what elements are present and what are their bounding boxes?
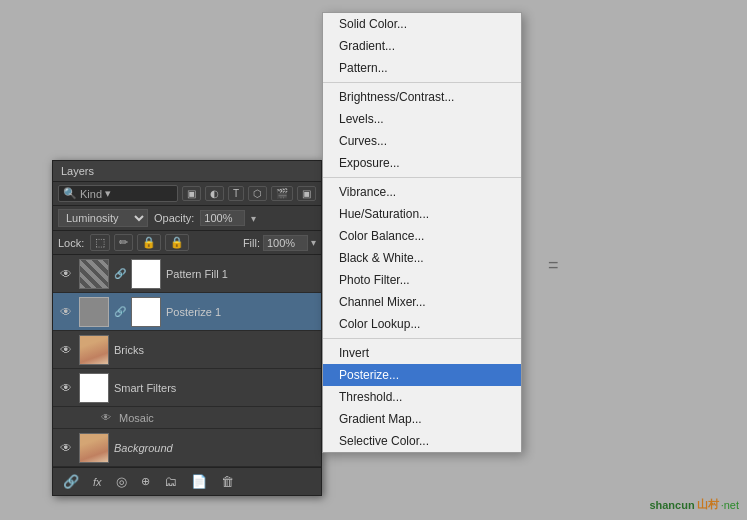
menu-item-gradient[interactable]: Gradient... [323, 35, 521, 57]
watermark-text: shancun [649, 499, 694, 511]
menu-separator-2 [323, 177, 521, 178]
layer-name-4: Smart Filters [114, 382, 316, 394]
new-layer-button[interactable]: 📄 [187, 472, 211, 491]
menu-separator-1 [323, 82, 521, 83]
lock-paint-icon[interactable]: ✏ [114, 234, 133, 251]
layer-row-smart-filters[interactable]: 👁 Smart Filters [53, 369, 321, 407]
kind-search[interactable]: 🔍 Kind ▾ [58, 185, 178, 202]
watermark-dot-net: ·net [721, 499, 739, 511]
fill-box: Fill: ▾ [243, 235, 316, 251]
blend-mode-select[interactable]: Luminosity [58, 209, 148, 227]
layer-mask-posterize [131, 297, 161, 327]
menu-item-color-lookup[interactable]: Color Lookup... [323, 313, 521, 335]
fill-dropdown[interactable]: ▾ [311, 237, 316, 248]
lock-all-icon[interactable]: 🔒 [165, 234, 189, 251]
layer-row-background[interactable]: 👁 Background [53, 429, 321, 467]
more-filter-icon[interactable]: ▣ [297, 186, 316, 201]
menu-item-exposure[interactable]: Exposure... [323, 152, 521, 174]
opacity-dropdown[interactable]: ▾ [251, 213, 256, 224]
fx-button[interactable]: fx [89, 474, 106, 490]
adjustment-dropdown-menu: Solid Color... Gradient... Pattern... Br… [322, 12, 522, 453]
visibility-icon-3[interactable]: 👁 [58, 342, 74, 358]
menu-item-posterize[interactable]: Posterize... [323, 364, 521, 386]
menu-item-curves[interactable]: Curves... [323, 130, 521, 152]
blend-opacity-row: Luminosity Opacity: ▾ [53, 206, 321, 231]
visibility-icon-5[interactable]: 👁 [58, 440, 74, 456]
opacity-input[interactable] [200, 210, 245, 226]
layer-name-2: Posterize 1 [166, 306, 316, 318]
menu-item-threshold[interactable]: Threshold... [323, 386, 521, 408]
fill-label: Fill: [243, 237, 260, 249]
lock-fill-row: Lock: ⬚ ✏ 🔒 🔒 Fill: ▾ [53, 231, 321, 255]
add-mask-button[interactable]: ◎ [112, 472, 131, 491]
link-layers-button[interactable]: 🔗 [59, 472, 83, 491]
layer-mask-pattern [131, 259, 161, 289]
adjust-filter-icon[interactable]: ◐ [205, 186, 224, 201]
menu-item-selective-color[interactable]: Selective Color... [323, 430, 521, 452]
menu-item-black-white[interactable]: Black & White... [323, 247, 521, 269]
adjustment-button[interactable]: ⊕ [137, 473, 154, 490]
watermark-chinese: 山村 [697, 497, 719, 512]
layer-name-5: Background [114, 442, 316, 454]
menu-item-hue-saturation[interactable]: Hue/Saturation... [323, 203, 521, 225]
layers-toolbar: 🔍 Kind ▾ ▣ ◐ T ⬡ 🎬 ▣ [53, 182, 321, 206]
layers-title: Layers [61, 165, 94, 177]
layers-bottom-bar: 🔗 fx ◎ ⊕ 🗂 📄 🗑 [53, 467, 321, 495]
visibility-icon-mosaic[interactable]: 👁 [98, 410, 114, 426]
layer-name-3: Bricks [114, 344, 316, 356]
layer-row-posterize[interactable]: 👁 🔗 Posterize 1 [53, 293, 321, 331]
type-filter-icon[interactable]: T [228, 186, 244, 201]
layers-panel: Layers 🔍 Kind ▾ ▣ ◐ T ⬡ 🎬 ▣ Luminosity O… [52, 160, 322, 496]
opacity-label: Opacity: [154, 212, 194, 224]
delete-layer-button[interactable]: 🗑 [217, 472, 238, 491]
visibility-icon-1[interactable]: 👁 [58, 266, 74, 282]
menu-separator-3 [323, 338, 521, 339]
layers-title-bar: Layers [53, 161, 321, 182]
pixel-filter-icon[interactable]: ▣ [182, 186, 201, 201]
layer-thumb-posterize [79, 297, 109, 327]
layer-thumb-background [79, 433, 109, 463]
smart-filter-icon[interactable]: 🎬 [271, 186, 293, 201]
layer-name-1: Pattern Fill 1 [166, 268, 316, 280]
shape-filter-icon[interactable]: ⬡ [248, 186, 267, 201]
equals-sign: = [548, 255, 559, 276]
visibility-icon-4[interactable]: 👁 [58, 380, 74, 396]
menu-item-brightness-contrast[interactable]: Brightness/Contrast... [323, 86, 521, 108]
lock-move-icon[interactable]: 🔒 [137, 234, 161, 251]
fill-input[interactable] [263, 235, 308, 251]
menu-item-channel-mixer[interactable]: Channel Mixer... [323, 291, 521, 313]
layer-thumb-pattern [79, 259, 109, 289]
search-icon: 🔍 [63, 187, 77, 200]
menu-item-levels[interactable]: Levels... [323, 108, 521, 130]
lock-label: Lock: [58, 237, 84, 249]
layer-thumb-smart [79, 373, 109, 403]
lock-icons: ⬚ ✏ 🔒 🔒 [90, 234, 189, 251]
menu-item-invert[interactable]: Invert [323, 342, 521, 364]
layer-row-pattern-fill[interactable]: 👁 🔗 Pattern Fill 1 [53, 255, 321, 293]
menu-item-vibrance[interactable]: Vibrance... [323, 181, 521, 203]
menu-item-pattern[interactable]: Pattern... [323, 57, 521, 79]
lock-transparent-icon[interactable]: ⬚ [90, 234, 110, 251]
layer-link-icon-2: 🔗 [114, 306, 126, 317]
layer-thumb-bricks [79, 335, 109, 365]
kind-dropdown-arrow: ▾ [105, 187, 111, 200]
menu-item-gradient-map[interactable]: Gradient Map... [323, 408, 521, 430]
menu-item-solid-color[interactable]: Solid Color... [323, 13, 521, 35]
kind-label: Kind [80, 188, 102, 200]
layer-link-icon-1: 🔗 [114, 268, 126, 279]
group-button[interactable]: 🗂 [160, 472, 181, 491]
visibility-icon-2[interactable]: 👁 [58, 304, 74, 320]
watermark: shancun 山村 ·net [649, 497, 739, 512]
menu-item-photo-filter[interactable]: Photo Filter... [323, 269, 521, 291]
smart-filter-mosaic-row[interactable]: 👁 Mosaic [53, 407, 321, 429]
menu-item-color-balance[interactable]: Color Balance... [323, 225, 521, 247]
mosaic-label: Mosaic [119, 412, 154, 424]
layer-row-bricks[interactable]: 👁 Bricks [53, 331, 321, 369]
